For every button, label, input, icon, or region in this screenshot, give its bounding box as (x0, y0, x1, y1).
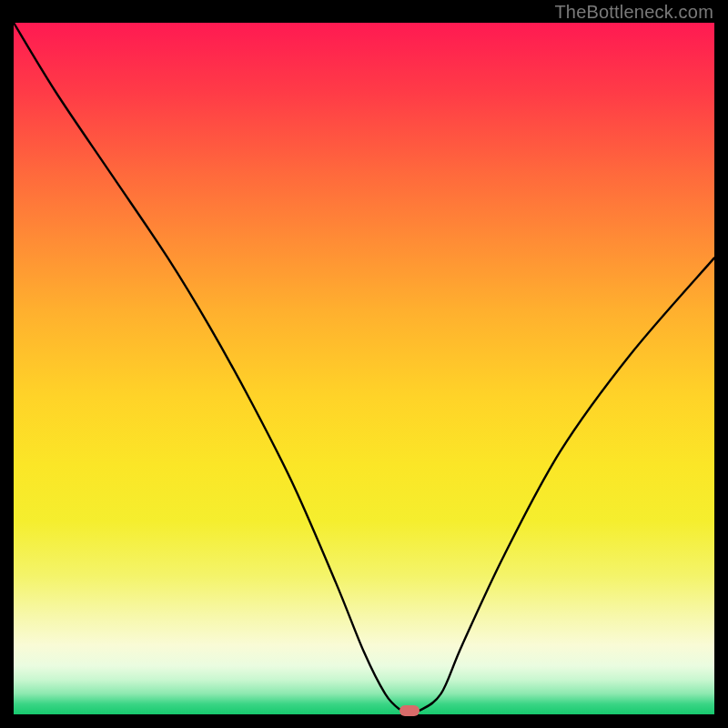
bottleneck-curve (14, 23, 714, 714)
chart-frame: TheBottleneck.com (0, 0, 728, 728)
attribution-text: TheBottleneck.com (554, 2, 713, 23)
minimum-marker (399, 705, 420, 716)
plot-area (14, 23, 714, 714)
